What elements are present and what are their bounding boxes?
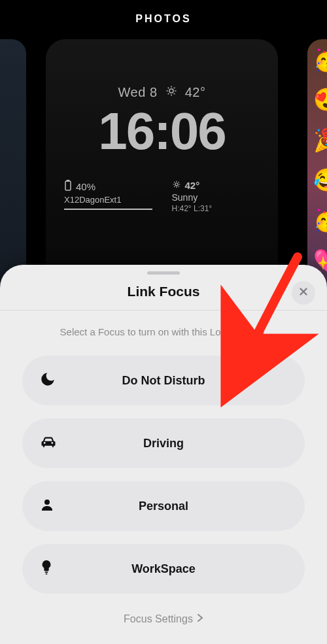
svg-point-11 <box>175 183 177 186</box>
person-icon <box>39 497 55 515</box>
moon-icon <box>39 371 56 390</box>
lockscreen-time: 16:06 <box>46 101 278 161</box>
svg-point-22 <box>44 500 50 505</box>
focus-item-label: WorkSpace <box>131 562 196 576</box>
sun-small-icon <box>172 180 181 191</box>
svg-rect-10 <box>67 180 69 182</box>
focus-item-driving[interactable]: Driving <box>22 418 305 468</box>
svg-line-19 <box>178 182 179 182</box>
svg-line-6 <box>173 93 175 95</box>
focus-list: Do Not Disturb Driving Personal WorkSpac… <box>0 349 327 594</box>
svg-point-0 <box>169 89 173 93</box>
lightbulb-icon <box>39 559 54 579</box>
sheet-title: Link Focus <box>0 284 327 299</box>
focus-item-workspace[interactable]: WorkSpace <box>22 544 305 594</box>
svg-rect-9 <box>65 181 71 190</box>
battery-widget: 40% X12DagonExt1 <box>64 180 152 213</box>
focus-item-dnd[interactable]: Do Not Disturb <box>22 356 305 405</box>
svg-line-16 <box>174 182 175 182</box>
sheet-subtitle: Select a Focus to turn on with this Lock… <box>0 311 327 349</box>
lockscreen-date: Wed 8 42° <box>46 85 278 100</box>
svg-line-5 <box>167 88 169 89</box>
focus-item-personal[interactable]: Personal <box>22 481 305 531</box>
close-button[interactable] <box>292 281 315 305</box>
car-icon <box>39 433 58 454</box>
chevron-right-icon <box>197 613 203 625</box>
svg-line-8 <box>173 88 175 89</box>
focus-item-label: Personal <box>139 500 188 513</box>
weather-widget: 42° Sunny H:42° L:31° <box>172 180 260 213</box>
svg-rect-23 <box>45 571 48 573</box>
battery-icon <box>64 180 72 194</box>
link-focus-sheet: Link Focus Select a Focus to turn on wit… <box>0 265 327 644</box>
close-icon <box>298 286 309 300</box>
gallery-title: PHOTOS <box>0 13 327 25</box>
focus-item-label: Do Not Disturb <box>122 374 205 388</box>
svg-rect-24 <box>46 573 48 574</box>
focus-item-label: Driving <box>143 437 184 450</box>
svg-line-7 <box>167 93 169 95</box>
svg-line-18 <box>174 186 175 187</box>
focus-settings-link[interactable]: Focus Settings <box>0 613 327 625</box>
sun-icon <box>165 85 177 100</box>
svg-line-17 <box>178 186 179 187</box>
